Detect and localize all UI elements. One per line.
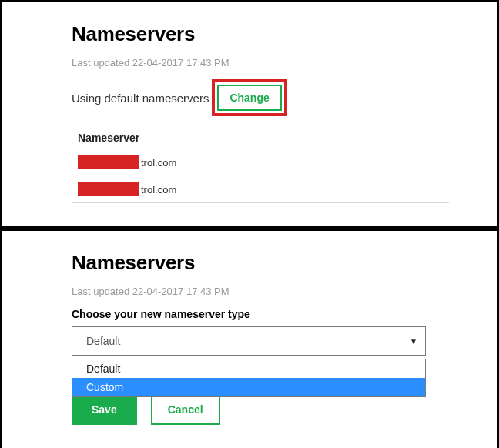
table-row: trol.com	[72, 176, 449, 203]
last-updated-value: 22-04-2017 17:43 PM	[132, 286, 229, 297]
redacted-block	[78, 182, 139, 196]
nameserver-type-dropdown: Default Custom	[72, 359, 426, 397]
nameservers-panel-edit: Nameservers Last updated 22-04-2017 17:4…	[0, 229, 499, 448]
table-row: trol.com	[72, 149, 449, 176]
select-current-value: Default	[86, 335, 120, 347]
cancel-button[interactable]: Cancel	[151, 394, 220, 425]
save-button[interactable]: Save	[72, 394, 137, 425]
dropdown-option-custom[interactable]: Custom	[72, 378, 425, 396]
last-updated: Last updated 22-04-2017 17:43 PM	[72, 286, 483, 297]
choose-type-label: Choose your new nameserver type	[72, 308, 483, 320]
nameserver-suffix: trol.com	[141, 184, 176, 196]
highlight-box: Change	[212, 79, 286, 116]
page-title: Nameservers	[72, 22, 483, 46]
chevron-down-icon: ▼	[410, 337, 417, 346]
nameserver-column-header: Nameserver	[72, 127, 449, 149]
nameserver-table: Nameserver trol.com trol.com	[72, 127, 449, 203]
change-button[interactable]: Change	[217, 85, 281, 111]
last-updated-label: Last updated	[72, 57, 129, 69]
page-title: Nameservers	[72, 251, 483, 275]
last-updated: Last updated 22-04-2017 17:43 PM	[72, 57, 483, 69]
using-default-text: Using default nameservers	[72, 92, 209, 105]
redacted-block	[78, 155, 139, 169]
last-updated-label: Last updated	[72, 286, 129, 297]
dropdown-option-default[interactable]: Default	[72, 359, 425, 378]
nameservers-panel-view: Nameservers Last updated 22-04-2017 17:4…	[0, 0, 499, 229]
nameserver-type-select[interactable]: Default ▼	[72, 326, 426, 356]
last-updated-value: 22-04-2017 17:43 PM	[132, 57, 229, 69]
nameserver-suffix: trol.com	[141, 157, 176, 169]
